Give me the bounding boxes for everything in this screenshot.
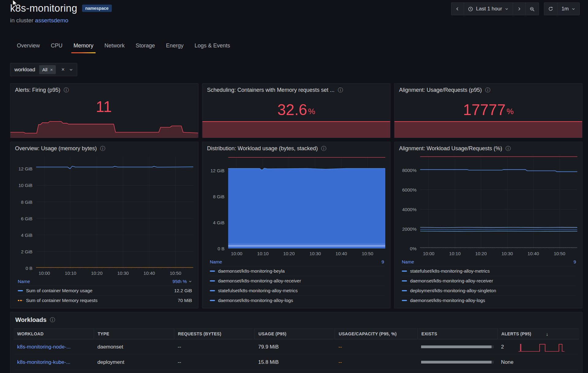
zoom-out-icon bbox=[530, 6, 535, 12]
gauge-fill bbox=[421, 361, 492, 364]
legend-sort-value[interactable]: 9 bbox=[574, 259, 576, 264]
column-header-alerts-p95-[interactable]: ALERTS (P95)↓ bbox=[497, 329, 579, 339]
legend-item[interactable]: daemonset/k8s-monitoring-alloy-receiver bbox=[209, 276, 385, 285]
refresh-interval-picker[interactable]: 1m bbox=[557, 3, 579, 15]
legend-item[interactable]: Sum of container Memory usage12.2 GiB bbox=[17, 285, 193, 295]
legend-sort-value[interactable]: 95th % bbox=[172, 279, 192, 284]
panel-title: Alerts: Firing (p95) bbox=[15, 87, 60, 93]
refresh-button[interactable] bbox=[544, 3, 557, 15]
workload-link[interactable]: k8s-monitoring-kube-... bbox=[13, 359, 94, 365]
series-label: Sum of container Memory usage bbox=[26, 288, 92, 293]
legend-item[interactable]: deployment/k8s-monitoring-alloy-singleto… bbox=[401, 285, 577, 295]
chart-plot[interactable] bbox=[420, 155, 577, 248]
series-color-icon bbox=[210, 300, 215, 301]
tab-energy[interactable]: Energy bbox=[161, 39, 188, 54]
column-header-workload[interactable]: WORKLOAD bbox=[13, 329, 94, 339]
series-color-icon bbox=[402, 280, 407, 282]
chart-plot[interactable] bbox=[36, 155, 193, 268]
subtitle: in cluster assertsdemo bbox=[10, 17, 112, 24]
column-header-usage-p95-[interactable]: USAGE (P95) bbox=[254, 329, 335, 339]
legend-item[interactable]: daemonset/k8s-monitoring-alloy-logs bbox=[401, 295, 577, 305]
workloads-table-header: WORKLOADTYPEREQUESTS (BYTES)USAGE (P95)U… bbox=[13, 328, 579, 339]
zoom-out-button[interactable] bbox=[525, 3, 539, 15]
series-label: deployment/k8s-monitoring-alloy-singleto… bbox=[410, 288, 496, 293]
info-icon[interactable]: ⓘ bbox=[506, 146, 511, 151]
alerts-cell: 2 bbox=[497, 342, 579, 352]
series-label: daemonset/k8s-monitoring-alloy-logs bbox=[218, 298, 293, 303]
time-forward-button[interactable] bbox=[513, 3, 525, 15]
x-axis: 10:0010:1010:2010:3010:4010:50 bbox=[420, 248, 577, 257]
column-header-exists[interactable]: EXISTS bbox=[417, 329, 497, 339]
info-icon[interactable]: ⓘ bbox=[338, 88, 343, 93]
x-axis-label: 10:10 bbox=[65, 270, 77, 276]
variable-label: workload bbox=[10, 67, 39, 73]
info-icon[interactable]: ⓘ bbox=[321, 146, 326, 151]
legend-sort-value[interactable]: 9 bbox=[382, 259, 384, 264]
legend-sort-name[interactable]: Name bbox=[210, 259, 222, 264]
workload-variable-picker[interactable]: workload All × × bbox=[10, 63, 77, 76]
refresh-interval-label: 1m bbox=[561, 6, 569, 12]
tab-network[interactable]: Network bbox=[100, 39, 129, 54]
chip-close-icon[interactable]: × bbox=[50, 67, 53, 72]
time-controls: Last 1 hour 1m bbox=[451, 2, 580, 15]
x-axis-label: 10:40 bbox=[528, 251, 539, 256]
y-axis-label: 8 GiB bbox=[21, 199, 32, 204]
clear-variable-icon[interactable]: × bbox=[59, 66, 67, 73]
clock-icon bbox=[468, 6, 473, 12]
workloads-table: WORKLOADTYPEREQUESTS (BYTES)USAGE (P95)U… bbox=[13, 328, 579, 370]
legend-item[interactable]: daemonset/k8s-monitoring-alloy-receiver bbox=[401, 276, 577, 285]
series-color-icon bbox=[210, 280, 215, 282]
panel-workloads: Workloads ⓘ WORKLOADTYPEREQUESTS (BYTES)… bbox=[10, 312, 582, 373]
column-header-requests-bytes-[interactable]: REQUESTS (BYTES) bbox=[174, 329, 254, 339]
stat-suffix: % bbox=[507, 107, 514, 117]
line-chart bbox=[420, 155, 577, 248]
y-axis-label: 6000% bbox=[402, 187, 417, 192]
y-axis-label: 4000% bbox=[402, 207, 417, 212]
stacked-area-chart bbox=[228, 155, 385, 248]
legend-sort-name[interactable]: Name bbox=[18, 279, 30, 284]
usage-value: 15.8 MiB bbox=[254, 359, 335, 365]
info-icon[interactable]: ⓘ bbox=[100, 146, 105, 151]
column-header-type[interactable]: TYPE bbox=[94, 329, 174, 339]
tab-logs-events[interactable]: Logs & Events bbox=[190, 39, 235, 54]
panel-alignment-usage-requests: Alignment: Usage/Requests (p95) ⓘ 17777% bbox=[394, 83, 582, 138]
y-axis-label: 6 GiB bbox=[21, 216, 32, 221]
panel-distribution-workload-usage: Distribution: Workload usage (bytes, sta… bbox=[202, 142, 390, 308]
tab-overview[interactable]: Overview bbox=[12, 39, 44, 54]
info-icon[interactable]: ⓘ bbox=[50, 317, 55, 323]
legend-item[interactable]: daemonset/k8s-monitoring-alloy-logs bbox=[209, 295, 385, 305]
exists-gauge bbox=[417, 345, 497, 348]
time-back-button[interactable] bbox=[451, 3, 464, 15]
variable-value-chip[interactable]: All × bbox=[39, 65, 56, 74]
series-label: daemonset/k8s-monitoring-alloy-receiver bbox=[218, 278, 301, 283]
y-axis-label: 12 GiB bbox=[18, 166, 32, 171]
cluster-link[interactable]: assertsdemo bbox=[35, 17, 68, 24]
time-range-picker[interactable]: Last 1 hour bbox=[464, 3, 513, 15]
chevron-down-icon[interactable] bbox=[67, 68, 75, 72]
y-axis-label: 8000% bbox=[402, 168, 417, 173]
panel-title: Alignment: Workload Usage/Requests (%) bbox=[399, 145, 502, 152]
legend-sort-name[interactable]: Name bbox=[402, 259, 414, 264]
y-axis-label: 10 GiB bbox=[18, 183, 32, 188]
gauge-fill bbox=[421, 345, 492, 348]
tab-cpu[interactable]: CPU bbox=[46, 39, 67, 54]
info-icon[interactable]: ⓘ bbox=[485, 88, 490, 93]
y-axis-label: 8 GiB bbox=[213, 194, 224, 199]
legend-item[interactable]: statefulset/k8s-monitoring-alloy-metrics bbox=[209, 285, 385, 295]
workload-link[interactable]: k8s-monitoring-node-... bbox=[13, 344, 94, 350]
legend-item[interactable]: statefulset/k8s-monitoring-alloy-metrics bbox=[401, 266, 577, 276]
x-axis-label: 10:50 bbox=[170, 270, 181, 276]
column-header-usage-capacity-p95-[interactable]: USAGE/CAPACITY (P95, %) bbox=[335, 329, 417, 339]
panel-alerts-firing: Alerts: Firing (p95) ⓘ 11 bbox=[10, 83, 198, 138]
tab-storage[interactable]: Storage bbox=[131, 39, 160, 54]
y-axis-label: 0 B bbox=[25, 266, 32, 271]
chart-plot[interactable] bbox=[228, 155, 385, 248]
x-axis-label: 10:00 bbox=[423, 251, 435, 256]
tab-memory[interactable]: Memory bbox=[69, 39, 98, 54]
y-axis-label: 0 B bbox=[217, 246, 224, 251]
info-icon[interactable]: ⓘ bbox=[64, 88, 69, 93]
legend-item[interactable]: daemonset/k8s-monitoring-beyla bbox=[209, 266, 385, 276]
refresh-icon bbox=[548, 6, 553, 11]
legend-item[interactable]: Sum of container Memory requests70 MiB bbox=[17, 295, 193, 305]
dashboard-header: k8s-monitoring namespace in cluster asse… bbox=[10, 2, 112, 24]
